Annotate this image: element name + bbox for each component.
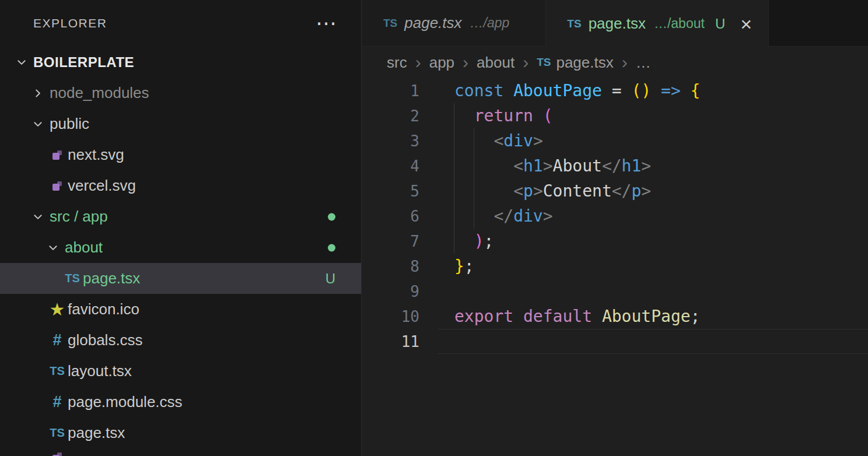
tree-item-favicon.ico[interactable]: ★favicon.ico [0,294,361,325]
breadcrumb-separator-icon: › [415,54,421,71]
typescript-icon: TS [62,272,83,285]
tree-item-about[interactable]: about [0,232,361,263]
tree-item-label: src / app [50,208,108,226]
line-number: 8 [362,258,419,275]
breadcrumb: src›app›about›TSpage.tsx›… [362,47,868,78]
line-number: 1 [362,82,419,100]
tree-item-vercel.svg[interactable]: vercel.svg [0,170,361,201]
typescript-icon: TS [47,364,68,378]
line-content: ); [419,231,494,251]
line-number: 7 [362,233,419,250]
line-number: 2 [362,107,419,125]
tree-item-globals.css[interactable]: #globals.css [0,325,361,356]
tab-directory: …/about [654,16,705,31]
image-icon [47,451,68,456]
line-number: 9 [362,283,419,300]
breadcrumb-item-page.tsx[interactable]: TSpage.tsx [537,54,614,72]
code-line-7[interactable]: 7 ); [362,229,868,254]
code-line-5[interactable]: 5 <p>Content</p> [362,178,868,204]
breadcrumb-item-src[interactable]: src [387,54,407,72]
tree-item-public[interactable]: public [0,108,361,139]
more-actions-icon[interactable]: ⋯ [316,13,337,34]
line-content: export default AboutPage; [419,307,700,326]
line-content: <div> [419,131,543,150]
editor-tab-1[interactable]: TSpage.tsx…/app [362,0,546,46]
line-content: <p>Content</p> [419,181,651,201]
line-number: 10 [362,308,419,325]
typescript-icon: TS [567,17,581,30]
tree-item-label: vercel.svg [68,177,136,195]
image-icon [47,149,68,162]
chevron-down-icon [32,118,44,131]
breadcrumb-label: about [477,54,514,72]
line-number: 5 [362,183,419,200]
line-number: 6 [362,208,419,225]
tab-directory: …/app [470,15,510,31]
git-status-badge: U [326,271,335,287]
tree-item-node_modules[interactable]: node_modules [0,78,361,108]
typescript-icon: TS [383,17,397,30]
code-line-1[interactable]: 1const AboutPage = () => { [362,78,868,103]
close-icon[interactable]: × [740,14,752,34]
code-line-11[interactable]: 11 [362,329,868,354]
tree-item-label: page.tsx [83,269,140,287]
tree-item-label: page.module.css [68,393,183,411]
typescript-icon: TS [537,56,551,69]
file-tree: node_modulespublicnext.svgvercel.svgsrc … [0,78,361,456]
workspace-root[interactable]: BOILERPLATE [0,47,361,78]
tree-item-page.tsx[interactable]: TSpage.tsxU [0,263,361,294]
tree-item-label: layout.tsx [68,362,132,380]
tree-item-label: public [50,115,89,133]
css-icon: # [47,393,68,411]
breadcrumb-separator-icon: › [463,54,468,71]
tree-item-label: next.svg [68,146,124,164]
code-line-6[interactable]: 6 </div> [362,204,868,229]
code-line-9[interactable]: 9 [362,279,868,304]
explorer-sidebar: EXPLORER ⋯ BOILERPLATE node_modulespubli… [0,0,362,456]
css-icon: # [47,331,68,349]
tree-item-label: about [65,238,103,257]
chevron-down-icon [32,211,44,223]
chevron-down-icon [47,241,60,254]
tree-item-layout.tsx[interactable]: TSlayout.tsx [0,356,361,387]
breadcrumb-separator-icon: › [622,54,628,71]
line-content: return ( [419,106,553,125]
tree-item-label: page.tsx [68,424,125,442]
git-modified-dot [328,244,335,251]
code-line-2[interactable]: 2 return ( [362,103,868,128]
breadcrumb-item-ellipsis[interactable]: … [636,54,651,72]
tab-filename: page.tsx [404,14,461,32]
tree-item-src-app[interactable]: src / app [0,201,361,232]
line-number: 3 [362,132,419,150]
breadcrumb-label: app [429,54,454,72]
tree-item-label: globals.css [68,331,143,349]
breadcrumb-label: … [636,54,651,72]
line-number: 11 [362,333,419,350]
tree-item-page.tsx[interactable]: TSpage.tsx [0,418,361,448]
line-content: </div> [419,206,553,226]
git-modified-dot [328,213,335,220]
code-editor[interactable]: 1const AboutPage = () => {2 return (3 <d… [362,78,868,456]
tree-item-page.module.css[interactable]: #page.module.css [0,387,361,418]
breadcrumb-item-app[interactable]: app [429,54,454,72]
tree-item-partial[interactable] [0,448,361,456]
code-line-3[interactable]: 3 <div> [362,128,868,153]
line-content: const AboutPage = () => { [419,81,700,100]
breadcrumb-item-about[interactable]: about [477,54,514,72]
tree-item-label: favicon.ico [68,300,139,318]
chevron-down-icon [15,56,28,69]
workspace-root-label: BOILERPLATE [33,54,134,71]
vscode-window: EXPLORER ⋯ BOILERPLATE node_modulespubli… [0,0,868,456]
editor-tab-2[interactable]: TSpage.tsx…/aboutU× [546,0,769,47]
code-line-8[interactable]: 8}; [362,254,868,279]
code-line-4[interactable]: 4 <h1>About</h1> [362,153,868,178]
explorer-header: EXPLORER ⋯ [0,0,361,47]
line-content: }; [419,257,474,276]
tree-item-next.svg[interactable]: next.svg [0,139,361,170]
favicon-icon: ★ [47,299,68,320]
chevron-right-icon [32,87,44,100]
code-line-10[interactable]: 10export default AboutPage; [362,304,868,329]
image-icon [47,180,68,192]
code-lines: 1const AboutPage = () => {2 return (3 <d… [362,78,868,354]
line-number: 4 [362,157,419,175]
